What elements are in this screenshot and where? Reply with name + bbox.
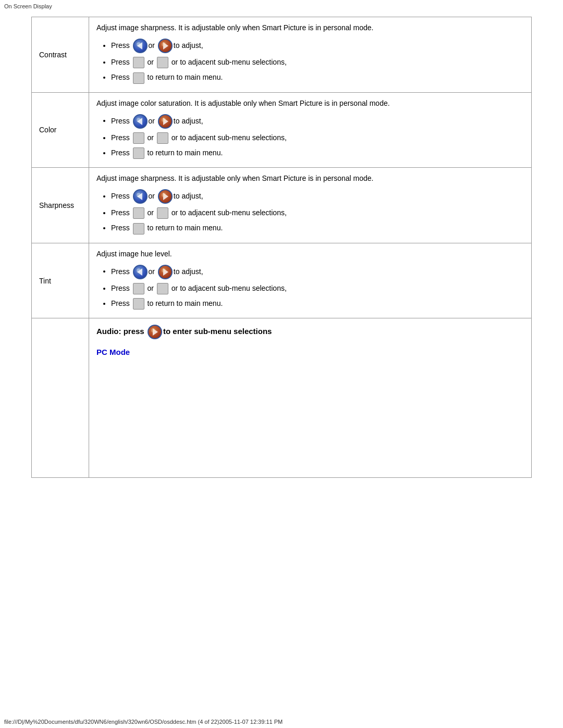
press-label: Press	[111, 58, 132, 66]
left-button-icon	[132, 39, 146, 53]
bullet-list-contrast: Press or to adjust,Press or or to adjace…	[111, 39, 524, 84]
row-description-contrast: Adjust image sharpness. It is adjustable…	[96, 22, 524, 33]
row-description-sharpness: Adjust image sharpness. It is adjustable…	[96, 173, 524, 184]
nav-button-icon	[157, 283, 168, 294]
nav-button-icon	[133, 298, 144, 310]
row-label-sharpness: Sharpness	[32, 168, 89, 243]
nav-button-icon	[157, 207, 168, 219]
table-row-sharpness: SharpnessAdjust image sharpness. It is a…	[32, 168, 532, 243]
status-bar: file:///D|/My%20Documents/dfu/320WN6/eng…	[4, 719, 283, 725]
nav-button-icon	[133, 132, 144, 144]
row-content-tint: Adjust image hue level.Press or to adjus…	[89, 243, 532, 318]
nav-button-icon	[157, 57, 168, 68]
list-item: Press or or to adjacent sub-menu selecti…	[111, 132, 524, 144]
press-label: Press	[111, 116, 132, 125]
bullet-list-sharpness: Press or to adjust,Press or or to adjace…	[111, 189, 524, 235]
press-label: Press	[111, 267, 132, 275]
press-label: Press	[111, 284, 132, 292]
right-button-icon	[157, 114, 172, 129]
list-item: Press or to adjust,	[111, 39, 524, 53]
nav-button-icon	[157, 132, 168, 144]
right-button-icon	[157, 39, 172, 53]
page-title: On Screen Display	[0, 0, 563, 13]
list-item: Press or or to adjacent sub-menu selecti…	[111, 282, 524, 294]
press-label: Press	[111, 299, 132, 307]
bullet-list-color: Press or to adjust,Press or or to adjace…	[111, 114, 524, 159]
nav-button-icon	[133, 207, 144, 219]
press-label: Press	[111, 133, 132, 142]
main-table: ContrastAdjust image sharpness. It is ad…	[31, 17, 532, 478]
nav-button-icon	[133, 72, 144, 84]
footer-prefix: Audio: press	[96, 327, 146, 336]
list-item: Press to return to main menu.	[111, 222, 524, 234]
list-item: Press or to adjust,	[111, 265, 524, 279]
press-label: Press	[111, 73, 132, 81]
footer-spacer	[96, 356, 524, 471]
left-button-icon	[132, 114, 146, 129]
nav-button-icon	[133, 223, 144, 235]
row-label-tint: Tint	[32, 243, 89, 318]
right-button-icon	[157, 189, 172, 204]
list-item: Press to return to main menu.	[111, 298, 524, 310]
right-button-icon	[146, 325, 161, 339]
press-label: Press	[111, 41, 132, 50]
press-label: Press	[111, 192, 132, 200]
table-row-color: ColorAdjust image color saturation. It i…	[32, 92, 532, 168]
row-label-color: Color	[32, 92, 89, 168]
footer-label-cell	[32, 318, 89, 478]
footer-content-cell: Audio: press to enter sub-menu selection…	[89, 318, 532, 478]
nav-button-icon	[133, 57, 144, 68]
press-label: Press	[111, 224, 132, 232]
list-item: Press or or to adjacent sub-menu selecti…	[111, 56, 524, 68]
list-item: Press or or to adjacent sub-menu selecti…	[111, 207, 524, 219]
nav-button-icon	[133, 147, 144, 159]
nav-button-icon	[133, 283, 144, 294]
list-item: Press or to adjust,	[111, 114, 524, 129]
row-content-color: Adjust image color saturation. It is adj…	[89, 92, 532, 168]
bullet-list-tint: Press or to adjust,Press or or to adjace…	[111, 265, 524, 310]
press-label: Press	[111, 208, 132, 217]
list-item: Press or to adjust,	[111, 189, 524, 204]
right-button-icon	[157, 265, 172, 279]
row-content-contrast: Adjust image sharpness. It is adjustable…	[89, 17, 532, 93]
table-row-tint: TintAdjust image hue level.Press or to a…	[32, 243, 532, 318]
row-content-sharpness: Adjust image sharpness. It is adjustable…	[89, 168, 532, 243]
footer-text: Audio: press to enter sub-menu selection…	[96, 325, 524, 339]
list-item: Press to return to main menu.	[111, 71, 524, 83]
row-description-tint: Adjust image hue level.	[96, 249, 524, 260]
left-button-icon	[132, 189, 146, 204]
list-item: Press to return to main menu.	[111, 147, 524, 159]
row-description-color: Adjust image color saturation. It is adj…	[96, 98, 524, 109]
left-button-icon	[132, 265, 146, 279]
footer-suffix: to enter sub-menu selections	[161, 327, 272, 336]
press-label: Press	[111, 149, 132, 157]
table-row-contrast: ContrastAdjust image sharpness. It is ad…	[32, 17, 532, 93]
row-label-contrast: Contrast	[32, 17, 89, 93]
footer-row: Audio: press to enter sub-menu selection…	[32, 318, 532, 478]
pc-mode-link[interactable]: PC Mode	[96, 348, 130, 356]
